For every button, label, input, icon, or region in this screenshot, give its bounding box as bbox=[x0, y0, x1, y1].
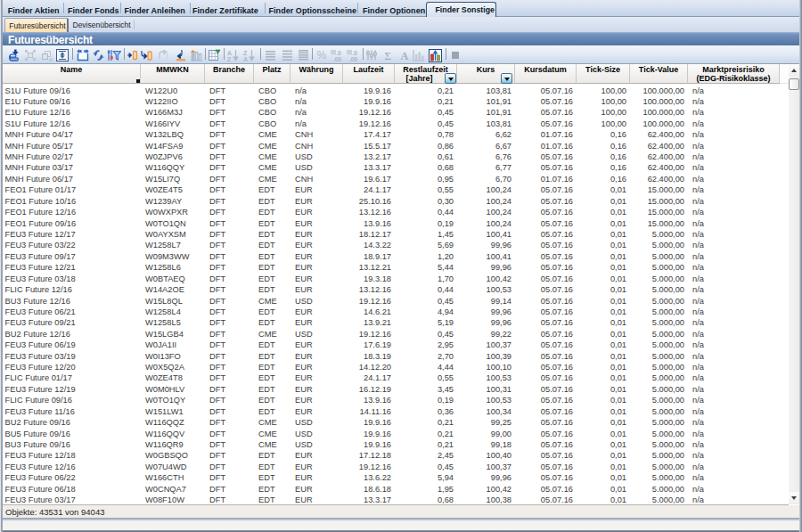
svg-text:A: A bbox=[227, 50, 232, 56]
svg-text:.00: .00 bbox=[349, 56, 357, 62]
svg-text:A: A bbox=[243, 56, 248, 62]
svg-text:Z: Z bbox=[227, 56, 232, 62]
svg-text:.0: .0 bbox=[337, 50, 342, 56]
svg-text:Z: Z bbox=[243, 50, 248, 56]
svg-text:A: A bbox=[401, 50, 409, 62]
svg-text:.0: .0 bbox=[353, 50, 358, 56]
svg-text:Σ: Σ bbox=[385, 49, 392, 61]
svg-text:%: % bbox=[317, 49, 327, 61]
svg-text:.00: .00 bbox=[333, 56, 341, 62]
